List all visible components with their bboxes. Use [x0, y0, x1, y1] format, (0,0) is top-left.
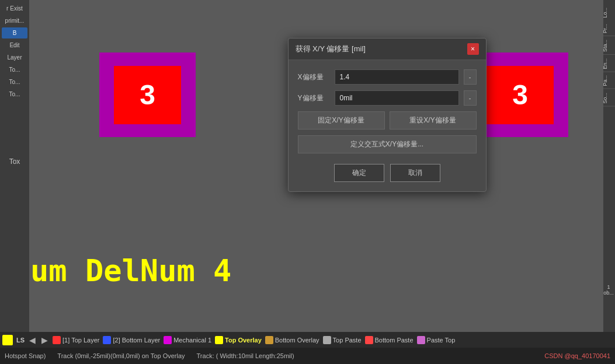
y-offset-input[interactable]	[335, 90, 459, 106]
nav-prev-arrow[interactable]: ◀	[28, 335, 37, 345]
modal-footer: 确定 取消	[298, 162, 477, 182]
fix-offset-button[interactable]: 固定X/Y偏移量	[298, 111, 385, 130]
x-offset-row: X偏移量 -	[298, 69, 477, 85]
top-layer-dot	[53, 336, 61, 344]
x-offset-label: X偏移量	[298, 72, 330, 82]
bottom-paste-dot	[365, 336, 373, 344]
layer-bottom[interactable]: [2] Bottom Layer	[103, 336, 160, 344]
modal-body: X偏移量 - Y偏移量 - 固定X/Y偏移量 重设X/Y偏移量 定义交互式X/Y…	[289, 60, 486, 191]
confirm-button[interactable]: 确定	[334, 164, 384, 182]
track-info: Track (0mil,-25mil)(0mil,0mil) on Top Ov…	[57, 352, 185, 359]
bottom-overlay-dot	[265, 336, 273, 344]
layer-bottom-paste[interactable]: Bottom Paste	[365, 336, 414, 344]
layer-top-overlay[interactable]: Top Overlay	[215, 336, 262, 344]
x-offset-input[interactable]	[335, 69, 459, 85]
layer-ls-label: LS	[16, 337, 25, 344]
modal-close-button[interactable]: ×	[467, 43, 479, 55]
interactive-offset-button[interactable]: 定义交互式X/Y偏移量...	[298, 135, 477, 153]
track-dims: Track: ( Width:10mil Length:25mil)	[197, 352, 294, 359]
layer-top-paste[interactable]: Top Paste	[323, 336, 362, 344]
cancel-button[interactable]: 取消	[390, 164, 440, 182]
y-offset-btn[interactable]: -	[464, 90, 477, 106]
paste-top-dot	[417, 336, 425, 344]
top-overlay-dot	[215, 336, 223, 344]
modal-title: 获得 X/Y 偏移量 [mil]	[296, 44, 366, 54]
reset-offset-button[interactable]: 重设X/Y偏移量	[390, 111, 477, 130]
bottom-layer-dot	[103, 336, 111, 344]
hotspot-info: Hotspot Snap)	[5, 352, 46, 359]
fix-reset-row: 固定X/Y偏移量 重设X/Y偏移量	[298, 111, 477, 130]
modal-overlay: 获得 X/Y 偏移量 [mil] × X偏移量 - Y偏移量 - 固定X/Y偏移…	[0, 0, 615, 332]
x-offset-btn[interactable]: -	[464, 69, 477, 85]
top-paste-dot	[323, 336, 331, 344]
modal-title-bar: 获得 X/Y 偏移量 [mil] ×	[289, 38, 486, 60]
mechanical-layer-dot	[164, 336, 172, 344]
nav-next-arrow[interactable]: ▶	[40, 335, 49, 345]
layer-top[interactable]: [1] Top Layer	[53, 336, 99, 344]
layer-paste-top[interactable]: Paste Top	[417, 336, 456, 344]
info-bar: Hotspot Snap) Track (0mil,-25mil)(0mil,0…	[0, 348, 615, 364]
layer-mechanical[interactable]: Mechanical 1	[164, 336, 211, 344]
modal-dialog: 获得 X/Y 偏移量 [mil] × X偏移量 - Y偏移量 - 固定X/Y偏移…	[288, 38, 487, 192]
status-bar: LS ◀ ▶ [1] Top Layer [2] Bottom Layer Me…	[0, 332, 615, 348]
layer-bottom-overlay[interactable]: Bottom Overlay	[265, 336, 319, 344]
current-layer-color	[2, 335, 13, 345]
y-offset-label: Y偏移量	[298, 93, 330, 103]
csdn-label: CSDN @qq_40170041	[544, 352, 610, 359]
y-offset-row: Y偏移量 -	[298, 90, 477, 106]
